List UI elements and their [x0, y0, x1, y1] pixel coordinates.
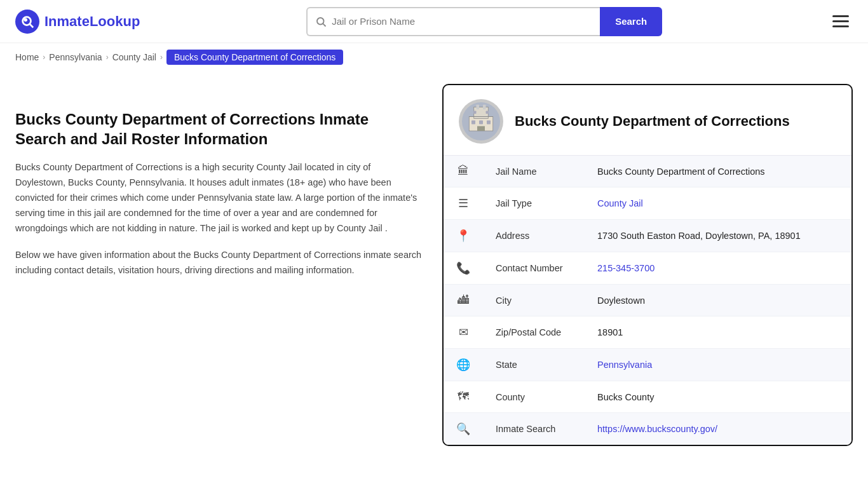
row-value: Bucks County Department of Corrections — [585, 156, 851, 187]
svg-rect-12 — [487, 121, 491, 125]
row-value[interactable]: 215-345-3700 — [585, 252, 851, 285]
row-label: City — [483, 285, 585, 316]
table-row: ✉Zip/Postal Code18901 — [444, 316, 851, 349]
svg-line-4 — [323, 24, 326, 26]
search-button[interactable]: Search — [600, 7, 662, 36]
row-link[interactable]: https://www.buckscounty.gov/ — [597, 424, 717, 434]
row-value[interactable]: https://www.buckscounty.gov/ — [585, 413, 851, 445]
table-row: 🏛Jail NameBucks County Department of Cor… — [444, 156, 851, 187]
row-icon: ☰ — [444, 187, 483, 220]
search-bar: Search — [306, 7, 662, 36]
svg-rect-11 — [479, 121, 483, 125]
svg-point-2 — [24, 18, 28, 22]
svg-rect-15 — [486, 111, 489, 114]
row-icon: 🏙 — [444, 285, 483, 316]
main-content: Bucks County Department of Corrections I… — [0, 71, 868, 471]
card-header: Bucks County Department of Corrections — [444, 85, 851, 156]
row-label: Address — [483, 220, 585, 252]
page-heading: Bucks County Department of Corrections I… — [15, 109, 422, 149]
description-2: Below we have given information about th… — [15, 248, 422, 278]
table-row: ☰Jail TypeCounty Jail — [444, 187, 851, 220]
row-label: Jail Type — [483, 187, 585, 220]
table-row: 🗺CountyBucks County — [444, 381, 851, 413]
search-icon — [315, 16, 327, 27]
logo-icon — [15, 10, 39, 34]
info-card: Bucks County Department of Corrections 🏛… — [442, 84, 853, 446]
row-icon: 🏛 — [444, 156, 483, 187]
header: InmateLookup Search — [0, 0, 868, 43]
hamburger-menu[interactable] — [829, 11, 853, 31]
svg-point-3 — [317, 18, 324, 25]
row-icon: 🔍 — [444, 413, 483, 445]
left-column: Bucks County Department of Corrections I… — [15, 84, 422, 446]
row-icon: 📞 — [444, 252, 483, 285]
right-column: Bucks County Department of Corrections 🏛… — [442, 84, 853, 446]
row-label: Zip/Postal Code — [483, 316, 585, 349]
row-icon: 🗺 — [444, 381, 483, 413]
row-link[interactable]: County Jail — [597, 198, 643, 208]
breadcrumb-home[interactable]: Home — [15, 52, 39, 62]
row-value[interactable]: County Jail — [585, 187, 851, 220]
facility-avatar — [459, 99, 503, 144]
breadcrumb-sep-2: › — [106, 53, 109, 62]
breadcrumb-pennsylvania[interactable]: Pennsylvania — [49, 52, 102, 62]
row-icon: 📍 — [444, 220, 483, 252]
breadcrumb-county-jail[interactable]: County Jail — [112, 52, 156, 62]
row-label: Inmate Search — [483, 413, 585, 445]
row-link[interactable]: 215-345-3700 — [597, 263, 654, 273]
row-label: Jail Name — [483, 156, 585, 187]
search-input[interactable] — [332, 16, 592, 27]
row-icon: 🌐 — [444, 349, 483, 381]
row-label: Contact Number — [483, 252, 585, 285]
svg-rect-13 — [477, 126, 485, 132]
description-1: Bucks County Department of Corrections i… — [15, 160, 422, 236]
table-row: 🌐StatePennsylvania — [444, 349, 851, 381]
svg-rect-9 — [483, 105, 486, 110]
row-value: 18901 — [585, 316, 851, 349]
breadcrumb-sep-3: › — [160, 53, 163, 62]
svg-rect-10 — [471, 121, 475, 125]
card-facility-name: Bucks County Department of Corrections — [515, 113, 790, 130]
search-input-wrapper — [306, 7, 600, 36]
row-link[interactable]: Pennsylvania — [597, 360, 652, 370]
facility-image — [462, 102, 500, 140]
table-row: 📞Contact Number215-345-3700 — [444, 252, 851, 285]
logo[interactable]: InmateLookup — [15, 10, 140, 34]
breadcrumb-sep-1: › — [43, 53, 45, 62]
logo-text: InmateLookup — [44, 13, 140, 30]
row-value: Bucks County — [585, 381, 851, 413]
row-label: County — [483, 381, 585, 413]
svg-line-1 — [30, 24, 33, 27]
breadcrumb: Home › Pennsylvania › County Jail › Buck… — [0, 43, 868, 71]
row-value: 1730 South Easton Road, Doylestown, PA, … — [585, 220, 851, 252]
row-icon: ✉ — [444, 316, 483, 349]
info-table: 🏛Jail NameBucks County Department of Cor… — [444, 156, 851, 445]
table-row: 🏙CityDoylestown — [444, 285, 851, 316]
table-row: 🔍Inmate Searchhttps://www.buckscounty.go… — [444, 413, 851, 445]
row-label: State — [483, 349, 585, 381]
row-value[interactable]: Pennsylvania — [585, 349, 851, 381]
table-row: 📍Address1730 South Easton Road, Doylesto… — [444, 220, 851, 252]
svg-rect-8 — [477, 105, 480, 110]
breadcrumb-active: Bucks County Department of Corrections — [166, 50, 343, 65]
row-value: Doylestown — [585, 285, 851, 316]
svg-rect-14 — [473, 111, 477, 114]
